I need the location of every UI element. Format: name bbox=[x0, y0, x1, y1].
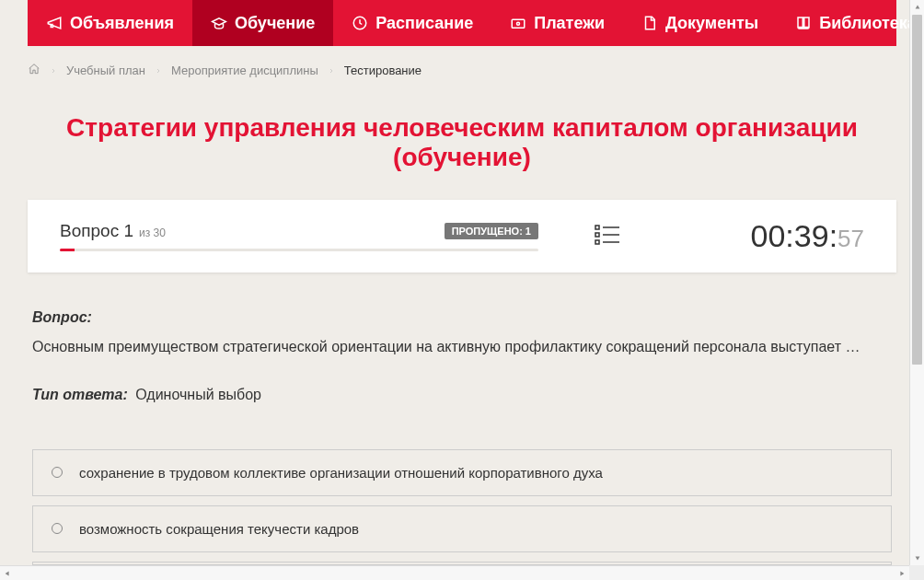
radio-icon bbox=[52, 467, 63, 478]
option-text: сохранение в трудовом коллективе организ… bbox=[79, 465, 603, 481]
nav-item-label: Библиотека bbox=[819, 14, 917, 33]
nav-item-documents[interactable]: Документы bbox=[623, 0, 777, 46]
breadcrumb-current: Тестирование bbox=[344, 64, 422, 77]
question-text: Основным преимуществом стратегической ор… bbox=[32, 335, 892, 359]
scrollbar-horizontal[interactable] bbox=[0, 565, 909, 580]
svg-rect-1 bbox=[512, 19, 525, 28]
scroll-down-arrow[interactable] bbox=[910, 551, 924, 565]
book-icon bbox=[795, 15, 812, 31]
question-counter: Вопрос 1 из 30 bbox=[60, 221, 166, 241]
megaphone-icon bbox=[46, 15, 63, 31]
option-item[interactable]: возможность сокращения текучести кадров bbox=[32, 505, 892, 552]
svg-rect-3 bbox=[595, 226, 599, 229]
nav-item-announcements[interactable]: Объявления bbox=[28, 0, 192, 46]
nav-item-label: Документы bbox=[665, 14, 758, 33]
radio-icon bbox=[52, 523, 63, 534]
nav-item-learning[interactable]: Обучение bbox=[192, 0, 333, 46]
options-list: сохранение в трудовом коллективе организ… bbox=[28, 449, 896, 565]
scroll-up-arrow[interactable] bbox=[910, 0, 924, 15]
clock-icon bbox=[352, 15, 368, 31]
svg-point-2 bbox=[517, 22, 520, 25]
scroll-right-arrow[interactable] bbox=[895, 566, 909, 581]
graduation-icon bbox=[211, 15, 227, 31]
chevron-right-icon bbox=[155, 64, 162, 77]
skipped-badge: ПРОПУЩЕНО: 1 bbox=[445, 223, 538, 239]
scrollbar-corner bbox=[909, 565, 924, 580]
question-list-icon[interactable] bbox=[594, 234, 621, 249]
progress-bar bbox=[60, 249, 538, 251]
scroll-thumb[interactable] bbox=[912, 15, 922, 365]
nav-item-label: Объявления bbox=[70, 14, 174, 33]
nav-item-label: Обучение bbox=[235, 14, 315, 33]
nav-item-library[interactable]: Библиотека bbox=[777, 0, 924, 46]
timer: 00:39:57 bbox=[751, 218, 864, 254]
answer-type-value: Одиночный выбор bbox=[135, 387, 261, 402]
payment-icon bbox=[510, 15, 526, 31]
timer-main: 00:39: bbox=[751, 218, 838, 254]
breadcrumb: Учебный план Мероприятие дисциплины Тест… bbox=[28, 46, 896, 95]
nav-item-payments[interactable]: Платежи bbox=[491, 0, 623, 46]
chevron-right-icon bbox=[328, 64, 335, 77]
answer-type-block: Тип ответа: Одиночный выбор bbox=[28, 387, 896, 403]
page-title: Стратегии управления человеческим капита… bbox=[28, 113, 896, 172]
breadcrumb-link[interactable]: Мероприятие дисциплины bbox=[171, 64, 318, 77]
svg-rect-5 bbox=[595, 240, 599, 244]
option-item-partial bbox=[32, 562, 892, 565]
progress-info: Вопрос 1 из 30 ПРОПУЩЕНО: 1 bbox=[60, 221, 538, 251]
question-block: Вопрос: Основным преимуществом стратегич… bbox=[28, 309, 896, 359]
scroll-left-arrow[interactable] bbox=[0, 566, 15, 581]
option-item[interactable]: сохранение в трудовом коллективе организ… bbox=[32, 449, 892, 496]
main-nav: Объявления Обучение Расписание Платежи Д… bbox=[28, 0, 896, 46]
progress-panel: Вопрос 1 из 30 ПРОПУЩЕНО: 1 00:39:57 bbox=[28, 200, 896, 273]
chevron-right-icon bbox=[50, 64, 57, 77]
home-icon[interactable] bbox=[28, 63, 40, 78]
nav-item-label: Расписание bbox=[375, 14, 473, 33]
breadcrumb-link[interactable]: Учебный план bbox=[66, 64, 145, 77]
timer-seconds: 57 bbox=[837, 225, 864, 253]
document-icon bbox=[641, 15, 658, 31]
answer-type-label: Тип ответа: bbox=[32, 387, 128, 402]
option-text: возможность сокращения текучести кадров bbox=[79, 521, 359, 537]
question-header-label: Вопрос: bbox=[32, 309, 892, 326]
nav-item-label: Платежи bbox=[534, 14, 605, 33]
scrollbar-vertical[interactable] bbox=[909, 0, 924, 565]
nav-item-schedule[interactable]: Расписание bbox=[333, 0, 491, 46]
svg-rect-4 bbox=[595, 233, 599, 237]
